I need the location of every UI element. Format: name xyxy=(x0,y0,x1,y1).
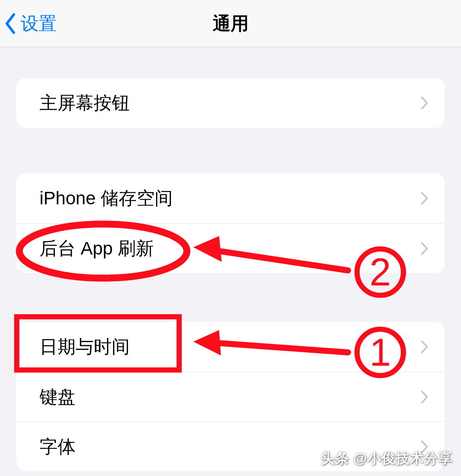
chevron-right-icon xyxy=(421,390,428,404)
settings-group: 日期与时间 键盘 字体 xyxy=(16,322,445,471)
watermark: 头条 @小俊技术分享 xyxy=(321,449,452,468)
back-label: 设置 xyxy=(21,12,57,36)
row-keyboard[interactable]: 键盘 xyxy=(16,372,445,421)
settings-content: 主屏幕按钮 iPhone 储存空间 后台 App 刷新 日期与时间 xyxy=(0,78,461,471)
row-date-time[interactable]: 日期与时间 xyxy=(16,322,445,372)
back-button[interactable]: 设置 xyxy=(0,12,57,36)
row-label: 主屏幕按钮 xyxy=(40,91,421,115)
row-home-button[interactable]: 主屏幕按钮 xyxy=(16,78,445,128)
navbar: 设置 通用 xyxy=(0,0,461,47)
chevron-right-icon xyxy=(421,340,428,354)
row-label: 后台 App 刷新 xyxy=(40,236,421,261)
row-label: 日期与时间 xyxy=(40,335,421,359)
row-label: iPhone 储存空间 xyxy=(40,186,421,210)
row-background-app-refresh[interactable]: 后台 App 刷新 xyxy=(16,223,445,273)
chevron-right-icon xyxy=(421,242,428,255)
row-iphone-storage[interactable]: iPhone 储存空间 xyxy=(16,173,445,223)
settings-group: 主屏幕按钮 xyxy=(16,78,445,128)
row-label: 键盘 xyxy=(40,385,421,409)
chevron-left-icon xyxy=(4,13,17,34)
page-title: 通用 xyxy=(213,12,249,36)
chevron-right-icon xyxy=(421,96,428,110)
settings-group: iPhone 储存空间 后台 App 刷新 xyxy=(16,173,445,273)
chevron-right-icon xyxy=(421,191,428,205)
